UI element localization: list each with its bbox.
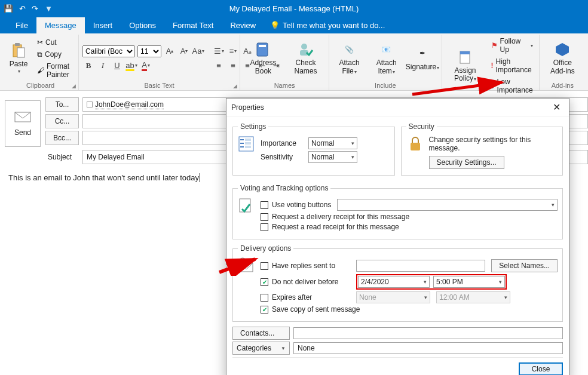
group-basic-text: Calibri (Boc 11 A▴ A▾ Aa▾ B I U ab▾ A▾ ☰…	[79, 35, 240, 90]
dnd-date-combo[interactable]: 2/4/2020▾	[358, 276, 430, 288]
high-label: High Importance	[496, 57, 533, 74]
paperclip-icon: 📎	[341, 41, 358, 58]
send-button[interactable]: Send	[5, 100, 41, 147]
close-button[interactable]: Close	[519, 362, 563, 375]
select-names-button[interactable]: Select Names...	[491, 259, 558, 272]
italic-button[interactable]: I	[97, 60, 109, 72]
delivery-icon	[238, 257, 255, 276]
undo-icon[interactable]: ↶	[19, 4, 26, 13]
font-size-combo[interactable]: 11	[137, 45, 161, 57]
cc-button[interactable]: Cc...	[45, 114, 79, 128]
clipboard-small-buttons: ✂Cut ⧉Copy 🖌Format Painter	[35, 37, 75, 80]
high-importance-button[interactable]: !High Importance	[489, 56, 535, 75]
importance-combo[interactable]: Normal▾	[308, 137, 357, 149]
save-copy-checkbox[interactable]: ✔Save copy of sent message	[261, 305, 360, 313]
tab-file[interactable]: File	[7, 17, 36, 33]
dnd-time-combo[interactable]: 5:00 PM▾	[433, 276, 505, 288]
addins-icon	[554, 41, 571, 58]
tab-options[interactable]: Options	[121, 17, 164, 33]
signature-label: Signature▾	[406, 63, 439, 71]
svg-marker-9	[556, 43, 569, 56]
svg-rect-19	[411, 143, 420, 150]
do-not-deliver-checkbox[interactable]: ✔Do not deliver before	[261, 278, 350, 286]
underline-button[interactable]: U	[111, 60, 123, 72]
down-arrow-icon: ↓	[491, 82, 495, 90]
assign-policy-button[interactable]: Assign Policy▾	[446, 47, 485, 85]
text-highlight-icon[interactable]: ab▾	[125, 60, 137, 72]
security-text: Change security settings for this messag…	[429, 136, 558, 152]
categories-field[interactable]: None	[293, 342, 563, 354]
send-icon	[14, 111, 32, 125]
tab-format-text[interactable]: Format Text	[164, 17, 222, 33]
delivery-legend: Delivery options	[238, 244, 293, 253]
copy-label: Copy	[45, 50, 62, 59]
voting-icon	[238, 197, 255, 216]
align-center-icon[interactable]: ≡	[227, 60, 239, 72]
tell-me-search[interactable]: 💡 Tell me what you want to do...	[264, 17, 391, 33]
font-color-icon[interactable]: A▾	[140, 60, 152, 72]
save-icon[interactable]: 💾	[4, 4, 13, 13]
svg-rect-14	[240, 143, 244, 144]
signature-icon: ✒	[414, 45, 431, 62]
expires-date-combo: None▾	[356, 291, 430, 303]
security-fieldset: Security Change security settings for th…	[401, 122, 564, 176]
categories-button[interactable]: Categories▼	[232, 342, 290, 355]
svg-rect-8	[460, 51, 470, 54]
delivery-receipt-checkbox[interactable]: ✔Request a delivery receipt for this mes…	[261, 213, 409, 221]
follow-up-label: Follow Up	[500, 37, 528, 54]
tab-insert[interactable]: Insert	[85, 17, 121, 33]
expires-checkbox[interactable]: ✔Expires after	[261, 293, 350, 302]
group-clipboard: Paste ▾ ✂Cut ⧉Copy 🖌Format Painter Clipb…	[2, 35, 79, 90]
bcc-button[interactable]: Bcc...	[45, 131, 79, 145]
read-receipt-label: Request a read receipt for this message	[272, 223, 399, 231]
change-case-icon[interactable]: Aa▾	[192, 45, 204, 57]
have-replies-checkbox[interactable]: ✔Have replies sent to	[261, 262, 350, 270]
voting-legend: Voting and Tracking options	[238, 184, 330, 192]
attach-item-button[interactable]: 📧 Attach Item▾	[369, 39, 404, 77]
follow-up-button[interactable]: ⚑Follow Up▾	[489, 36, 535, 55]
security-settings-button[interactable]: Security Settings...	[429, 156, 504, 169]
voting-combo[interactable]: ▾	[337, 199, 558, 211]
use-voting-checkbox[interactable]: ✔Use voting buttons	[261, 201, 331, 209]
contacts-field[interactable]	[293, 327, 563, 339]
address-book-button[interactable]: Address Book	[244, 39, 283, 77]
tab-review[interactable]: Review	[222, 17, 264, 33]
flag-icon: ⚑	[491, 41, 498, 50]
tab-message[interactable]: Message	[36, 17, 85, 33]
cut-button[interactable]: ✂Cut	[35, 37, 75, 48]
check-names-button[interactable]: Check Names	[286, 39, 325, 77]
bold-button[interactable]: B	[82, 60, 94, 72]
attach-item-label: Attach Item▾	[373, 59, 400, 75]
exclamation-icon: !	[491, 62, 494, 70]
copy-button[interactable]: ⧉Copy	[35, 49, 75, 60]
message-body[interactable]: This is an email to John that won't send…	[8, 173, 223, 328]
dialog-close-button[interactable]: ✕	[549, 100, 564, 114]
settings-icon	[238, 136, 255, 154]
replies-to-field[interactable]	[356, 260, 485, 272]
format-painter-button[interactable]: 🖌Format Painter	[35, 61, 75, 80]
to-recipient[interactable]: JohnDoe@email.com	[95, 100, 164, 109]
font-name-combo[interactable]: Calibri (Boc	[82, 45, 135, 57]
to-button[interactable]: To...	[45, 97, 79, 112]
qat-customize-icon[interactable]: ▼	[45, 4, 53, 13]
numbering-icon[interactable]: ≡▾	[227, 45, 239, 57]
expires-time-combo: 12:00 AM▾	[436, 291, 510, 303]
grow-font-icon[interactable]: A▴	[164, 45, 176, 57]
clipboard-launcher-icon[interactable]: ◢	[72, 83, 76, 89]
bullets-icon[interactable]: ☰▾	[213, 45, 225, 57]
svg-rect-13	[240, 139, 244, 140]
contacts-button[interactable]: Contacts...	[232, 327, 290, 340]
basic-text-launcher-icon[interactable]: ◢	[233, 83, 237, 89]
sensitivity-combo[interactable]: Normal▾	[308, 151, 357, 163]
shrink-font-icon[interactable]: A▾	[178, 45, 190, 57]
align-left-icon[interactable]: ≡	[213, 60, 225, 72]
read-receipt-checkbox[interactable]: ✔Request a read receipt for this message	[261, 223, 399, 231]
paste-button[interactable]: Paste ▾	[6, 40, 31, 77]
svg-rect-17	[245, 142, 251, 145]
office-addins-button[interactable]: Office Add-ins	[543, 39, 582, 77]
redo-icon[interactable]: ↷	[32, 4, 38, 13]
attach-file-button[interactable]: 📎 Attach File▾	[333, 39, 366, 77]
assign-policy-label: Assign Policy▾	[449, 67, 482, 82]
low-importance-button[interactable]: ↓Low Importance	[489, 76, 535, 96]
signature-button[interactable]: ✒ Signature▾	[407, 43, 437, 73]
